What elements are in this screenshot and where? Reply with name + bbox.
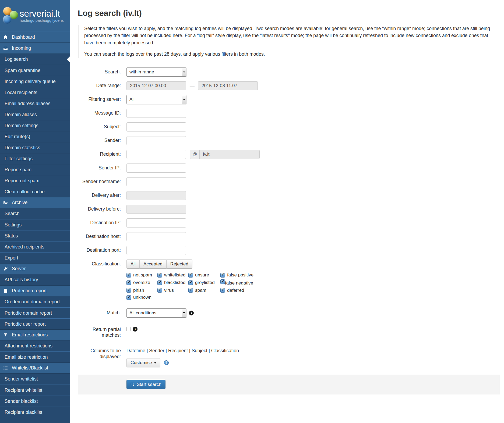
search-mode-select[interactable]: within range — [126, 67, 186, 77]
sidebar-item-sender-blacklist[interactable]: Sender blacklist — [0, 396, 70, 407]
sidebar-item-label: Domain aliases — [5, 112, 37, 118]
message-id-input[interactable] — [126, 109, 186, 118]
sidebar-item-sender-whitelist[interactable]: Sender whitelist — [0, 374, 70, 385]
sidebar-item-local-recipients[interactable]: Local recipients — [0, 87, 70, 98]
checked-checkbox-icon[interactable] — [126, 273, 131, 278]
checked-checkbox-icon[interactable] — [188, 273, 193, 278]
brand-logo[interactable]: serveriai.lt hostingo paslaugų lyderis — [0, 0, 70, 32]
sidebar-item-periodic-user-report[interactable]: Periodic user report — [0, 318, 70, 329]
sidebar-item-label: Server — [12, 266, 26, 272]
sidebar-item-label: Attachment restrictions — [5, 343, 52, 349]
sender-ip-input[interactable] — [126, 163, 186, 173]
checked-checkbox-icon[interactable] — [157, 280, 162, 285]
sidebar-item-dashboard[interactable]: Dashboard — [0, 32, 70, 43]
checked-checkbox-icon[interactable] — [220, 279, 225, 284]
classification-checkbox-grid: not spamwhitelistedunsurefalse positiveo… — [126, 272, 262, 300]
classification-checkbox-not-spam[interactable]: not spam — [126, 272, 157, 278]
date-from-input[interactable] — [126, 81, 186, 90]
sidebar-item-archived-recipients[interactable]: Archived recipients — [0, 241, 70, 252]
sidebar-item-log-search[interactable]: Log search — [0, 54, 70, 65]
sidebar-item-whitelist-blacklist[interactable]: Whitelist/Blacklist — [0, 362, 70, 374]
sidebar-item-on-demand-domain-report[interactable]: On-demand domain report — [0, 296, 70, 307]
checked-checkbox-icon[interactable] — [220, 273, 225, 278]
sidebar-item-protection-report[interactable]: Protection report — [0, 285, 70, 296]
page-title: Log search (iv.lt) — [78, 9, 500, 18]
checkbox-label: unknown — [133, 295, 151, 300]
checked-checkbox-icon[interactable] — [188, 288, 193, 293]
sidebar-item-incoming[interactable]: Incoming — [0, 43, 70, 54]
checked-checkbox-icon[interactable] — [157, 288, 162, 293]
sidebar-item-label: Export — [5, 255, 18, 261]
sender-hostname-input[interactable] — [126, 177, 186, 186]
sidebar-item-report-spam[interactable]: Report spam — [0, 164, 70, 175]
classification-checkbox-spam[interactable]: spam — [188, 288, 220, 293]
sidebar-item-api-calls-history[interactable]: API calls history — [0, 274, 70, 285]
destination-ip-input[interactable] — [126, 218, 186, 228]
sender-ip-label: Sender IP: — [78, 163, 121, 171]
classification-checkbox-unsure[interactable]: unsure — [188, 272, 220, 278]
sender-input[interactable] — [126, 136, 186, 145]
filtering-server-select[interactable]: All — [126, 95, 186, 104]
sidebar-item-clear-callout-cache[interactable]: Clear callout cache — [0, 186, 70, 197]
sidebar-item-spam-quarantine[interactable]: Spam quarantine — [0, 65, 70, 76]
classification-checkbox-unknown[interactable]: unknown — [126, 295, 157, 300]
classification-checkbox-deferred[interactable]: deferred — [220, 288, 262, 293]
recipient-domain-input[interactable] — [199, 150, 260, 159]
classification-checkbox-false-positive[interactable]: false positive — [220, 272, 262, 278]
date-to-input[interactable] — [198, 81, 258, 90]
checked-checkbox-icon[interactable] — [220, 288, 225, 293]
destination-port-input[interactable] — [126, 246, 186, 255]
sidebar-item-label: Recipient whitelist — [5, 388, 42, 393]
classification-checkbox-oversize[interactable]: oversize — [126, 279, 157, 286]
classification-checkbox-blacklisted[interactable]: blacklisted — [157, 279, 188, 286]
recipient-input[interactable] — [126, 150, 186, 159]
customise-button[interactable]: Customise — [126, 358, 160, 367]
sidebar-item-status[interactable]: Status — [0, 230, 70, 241]
match-select[interactable]: All conditions — [126, 308, 186, 318]
sidebar-item-export[interactable]: Export — [0, 252, 70, 263]
classification-checkbox-virus[interactable]: virus — [157, 288, 188, 293]
checked-checkbox-icon[interactable] — [157, 273, 162, 278]
classification-all-button[interactable]: All — [126, 260, 140, 269]
sidebar-item-recipient-blacklist[interactable]: Recipient blacklist — [0, 407, 70, 418]
home-icon — [3, 35, 9, 40]
destination-host-input[interactable] — [126, 232, 186, 241]
sidebar-item-server[interactable]: Server — [0, 263, 70, 274]
brand-text: serveriai.lt hostingo paslaugų lyderis — [20, 9, 64, 23]
sidebar-item-domain-settings[interactable]: Domain settings — [0, 120, 70, 131]
log-search-form: Search: within range Date range: — Filt — [78, 67, 500, 394]
checkbox-label: deferred — [227, 288, 244, 293]
brand-logo-icon — [2, 7, 19, 25]
checked-checkbox-icon[interactable] — [188, 280, 193, 285]
classification-rejected-button[interactable]: Rejected — [166, 260, 192, 269]
checkbox-label: phish — [133, 288, 144, 293]
start-search-button[interactable]: Start search — [126, 380, 165, 389]
sidebar-item-search[interactable]: Search — [0, 208, 70, 219]
sidebar-item-email-restrictions[interactable]: Email restrictions — [0, 329, 70, 340]
sidebar-item-periodic-domain-report[interactable]: Periodic domain report — [0, 307, 70, 318]
classification-accepted-button[interactable]: Accepted — [139, 260, 167, 269]
checked-checkbox-icon[interactable] — [126, 288, 131, 293]
classification-checkbox-whitelisted[interactable]: whitelisted — [157, 272, 188, 278]
sidebar-item-report-not-spam[interactable]: Report not spam — [0, 175, 70, 186]
sidebar-item-recipient-whitelist[interactable]: Recipient whitelist — [0, 385, 70, 396]
sidebar-item-archive[interactable]: Archive — [0, 197, 70, 208]
sidebar-item-filter-settings[interactable]: Filter settings — [0, 153, 70, 164]
sidebar-item-domain-aliases[interactable]: Domain aliases — [0, 109, 70, 120]
sidebar-item-attachment-restrictions[interactable]: Attachment restrictions — [0, 340, 70, 351]
sidebar-item-email-size-restriction[interactable]: Email size restriction — [0, 351, 70, 362]
help-icon[interactable]: ? — [164, 360, 169, 365]
classification-checkbox-greylisted[interactable]: greylisted — [188, 279, 220, 286]
sidebar-item-edit-route-s[interactable]: Edit route(s) — [0, 131, 70, 142]
sidebar-item-settings[interactable]: Settings — [0, 219, 70, 230]
sidebar-item-domain-statistics[interactable]: Domain statistics — [0, 142, 70, 153]
checked-checkbox-icon[interactable] — [126, 295, 131, 300]
classification-checkbox-phish[interactable]: phish — [126, 288, 157, 293]
checked-checkbox-icon[interactable] — [126, 280, 131, 285]
partial-matches-checkbox[interactable] — [126, 327, 131, 331]
sidebar-item-incoming-delivery-queue[interactable]: Incoming delivery queue — [0, 76, 70, 87]
filtering-server-value: All — [127, 95, 182, 104]
subject-input[interactable] — [126, 122, 186, 131]
classification-checkbox-false-negative[interactable]: false negative — [220, 279, 262, 286]
sidebar-item-email-address-aliases[interactable]: Email address aliases — [0, 98, 70, 109]
